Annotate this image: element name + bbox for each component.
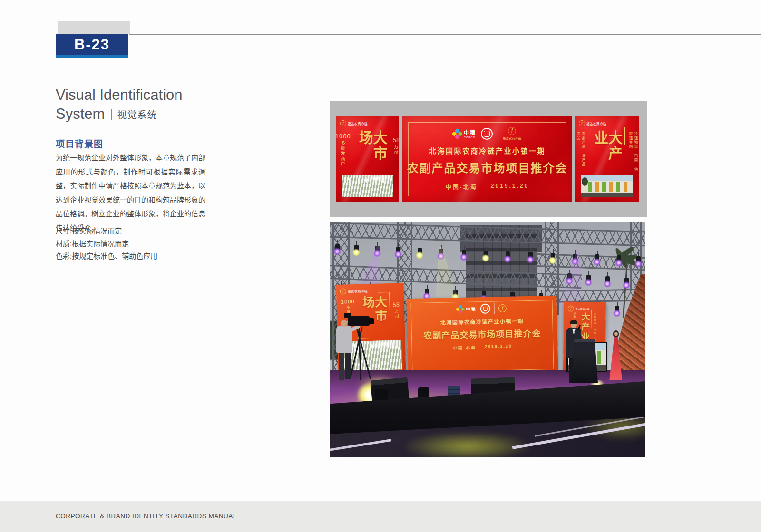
stage-light: [551, 253, 555, 259]
brand-mark-icon: ƒ: [340, 120, 346, 126]
cofco-cube-icon: [456, 304, 465, 314]
brand-name: 福达农商冷链: [348, 121, 368, 126]
spec-material: 材质:根据实际情况而定: [56, 238, 157, 251]
brand-logo-gold: ƒ 福达农商冷链: [503, 127, 521, 140]
stage-light: [595, 254, 599, 261]
event-subtitle: 北海国际农商冷链产业小镇一期: [429, 145, 546, 155]
light-spill: [401, 431, 534, 457]
brand-name: 福达农商冷链: [503, 136, 521, 140]
stage-light: [615, 306, 619, 312]
logo-divider: [498, 128, 498, 139]
logo-divider: [494, 302, 495, 314]
brand-mark-icon: ƒ: [508, 127, 516, 135]
event-location: 中国·北海: [453, 344, 476, 351]
stage-light: [354, 245, 359, 251]
brand-logo: ƒ 福达农商冷链: [340, 120, 368, 126]
logo-row: 中粮 COFCO ƒ 福达农商冷链: [453, 127, 521, 140]
presenter-hair: [570, 320, 577, 324]
header-rule: [129, 34, 761, 35]
industry-label-left: 农副产品 海产品 冻品: [576, 132, 586, 175]
event-location: 中国·北海: [446, 183, 478, 191]
stage-light: [462, 250, 466, 256]
area-number: 58: [393, 136, 399, 144]
footer-text: CORPORATE & BRAND IDENTITY STANDARDS MAN…: [56, 513, 237, 520]
merchant-stat: 1000 多批发商户: [336, 133, 351, 167]
emblem-logo-icon: [481, 128, 493, 140]
section-heading: 项目背景图: [56, 137, 103, 150]
cameraman: [336, 316, 376, 383]
cofco-cube-icon: [451, 128, 463, 139]
event-date-row: 中国·北海 2019.1.20: [453, 344, 512, 351]
stage-light: [624, 278, 629, 284]
emblem-logo-icon: [480, 303, 490, 313]
video-camera: [348, 316, 370, 326]
cameraman-leg: [339, 352, 344, 380]
industry-label-right: 冷链物流 电商 供应链金融: [628, 132, 638, 175]
banner-mockup-board: ƒ 福达农商冷链 1000 多批发商户 大市场 58 万㎡: [330, 101, 647, 217]
banner-panel-industry: ƒ 福达农商冷链 农副产品 海产品 冻品 大产业 冷链物流 电商 供应链金融: [575, 116, 639, 202]
building-rendering-image: [581, 175, 633, 197]
stage-light: [617, 255, 621, 261]
cofco-cn: 中粮: [464, 128, 476, 136]
section-tab-label: B-23: [74, 36, 110, 53]
brand-name: 福达农商冷链: [348, 289, 368, 294]
cofco-cn: 中粮: [466, 306, 477, 312]
event-title: 农副产品交易市场项目推介会: [407, 159, 568, 175]
event-date: 2019.1.20: [491, 183, 529, 191]
industry-headline-group: 农副产品 海产品 冻品 大产业 冷链物流 电商 供应链金融: [575, 128, 639, 175]
stage-light: [396, 247, 400, 253]
hostess-face: [614, 332, 618, 336]
stage-light: [636, 256, 641, 262]
cameraman-leg: [345, 352, 351, 379]
industry-headline: 大产业: [589, 128, 625, 175]
event-date-row: 中国·北海 2019.1.20: [446, 183, 529, 191]
title-divider: [111, 109, 112, 120]
stage-light: [425, 289, 429, 295]
body-paragraph: 为统一规范企业对外整体形象，本章规范了内部应用的形式与颜色，制作时可根据实际需求…: [56, 151, 205, 235]
tripod-leg: [356, 328, 371, 379]
area-stat: 58 万㎡: [393, 136, 399, 155]
section-tab: B-23: [56, 34, 128, 55]
stage-light: [335, 244, 340, 250]
event-title: 农副产品交易市场项目推介会: [423, 326, 541, 341]
red-dress: [608, 336, 624, 380]
area-unit: 万㎡: [394, 309, 400, 319]
market-headline-group: 1000 多批发商户 大市场 58 万㎡: [336, 128, 399, 175]
footer-bar: CORPORATE & BRAND IDENTITY STANDARDS MAN…: [0, 501, 761, 532]
tab-accent-strip: [56, 55, 128, 58]
cameraman-head: [341, 320, 347, 327]
event-subtitle: 北海国际农商冷链产业小镇一期: [440, 317, 524, 326]
page-title-cn: 视觉系统: [117, 106, 157, 124]
aerial-rendering-image: [342, 175, 393, 197]
page-title-line1: Visual Identification: [56, 86, 183, 104]
stage-light: [605, 276, 610, 282]
brand-logo-gold: ƒ: [498, 304, 507, 312]
cofco-en: COFCO: [464, 136, 476, 139]
merchant-number: 1000: [341, 299, 355, 305]
title-underline: [56, 127, 202, 127]
stage-light: [484, 251, 488, 257]
podium: [571, 339, 598, 383]
brand-mark-icon: ƒ: [579, 120, 585, 126]
banner-panel-main: 中粮 COFCO ƒ 福达农商冷链 北海国际农商冷链产业小镇一期 农副产品交易市…: [402, 116, 572, 202]
brand-logo: ƒ 福达农商冷链: [579, 120, 606, 126]
cofco-logo: 中粮 COFCO: [453, 128, 476, 139]
stage-light: [528, 252, 533, 258]
stage-light: [418, 248, 422, 254]
area-unit: 万㎡: [393, 145, 399, 155]
spec-color: 色彩:按规定标准色、辅助色应用: [56, 250, 157, 263]
spec-list: 尺寸:按实际情况而定 材质:根据实际情况而定 色彩:按规定标准色、辅助色应用: [56, 225, 157, 263]
page-title: Visual Identification System 视觉系统: [56, 86, 183, 124]
event-photo: ƒ 福达农商冷链 1000 多批发商户 大市场 58 万㎡: [330, 222, 645, 457]
led-screen-main: 中粮 ƒ 北海国际农商冷链产业小镇一期 农副产品交易市场项目推介会 中国·北海 …: [406, 296, 558, 377]
spec-size: 尺寸:按实际情况而定: [56, 225, 157, 238]
stage-light: [506, 251, 510, 258]
brand-mark-icon: ƒ: [498, 304, 507, 312]
event-date: 2019.1.20: [485, 344, 512, 350]
manual-page: B-23 Visual Identification System 视觉系统 项…: [0, 0, 761, 532]
banner-panel-market: ƒ 福达农商冷链 1000 多批发商户 大市场 58 万㎡: [336, 116, 399, 202]
merchant-number: 1000: [336, 133, 351, 140]
stage-light: [586, 275, 591, 281]
page-title-line2: System: [56, 105, 105, 123]
tab-shadow-block: [58, 21, 130, 34]
